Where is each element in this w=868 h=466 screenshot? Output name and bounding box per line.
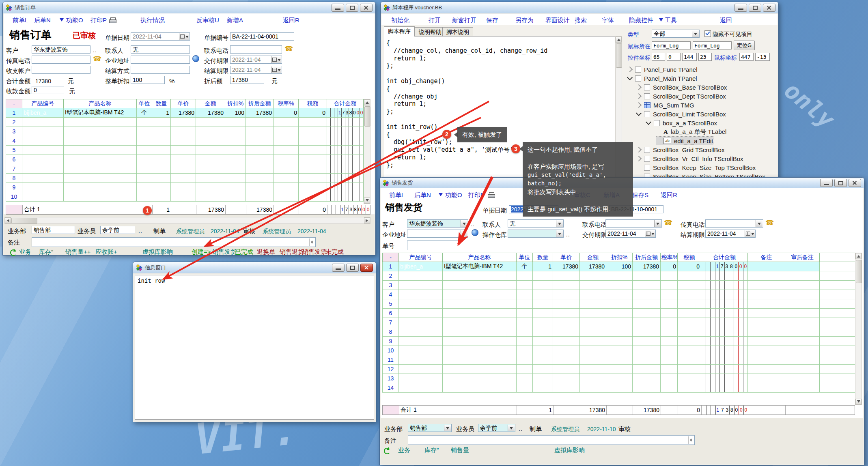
chevron-down-icon[interactable]: [692, 30, 699, 37]
tab-help[interactable]: 说明帮助: [415, 27, 446, 36]
cell[interactable]: 17380: [196, 108, 225, 118]
link-business[interactable]: 业务: [19, 248, 31, 256]
menu-next[interactable]: 后单N: [414, 191, 431, 199]
tree-item[interactable]: ScrollBox_Grid TScrollBox: [637, 146, 724, 154]
chevron-down-icon[interactable]: [461, 230, 467, 237]
cell[interactable]: 17380: [553, 262, 580, 271]
mouse-coord-field[interactable]: -13: [755, 53, 770, 61]
tree-item[interactable]: MG_Sum TMG: [637, 101, 694, 109]
link-virtual-stock[interactable]: 虚拟库影响: [142, 248, 173, 256]
deliver-field[interactable]: 2022-11-04: [605, 230, 656, 238]
table-vscrollbar[interactable]: [855, 253, 862, 405]
tab-script-desc[interactable]: 脚本说明: [442, 27, 473, 36]
table-row[interactable]: 8: [383, 327, 855, 337]
menu-open-new[interactable]: 新窗打开: [452, 17, 476, 24]
order-no-field[interactable]: [407, 241, 462, 250]
link-incomplete[interactable]: 未完成: [325, 248, 344, 256]
menu-back[interactable]: 返回R: [283, 17, 299, 24]
menu-next[interactable]: 后单N: [34, 17, 51, 24]
menu-functions[interactable]: 功能O: [445, 191, 462, 199]
agent-field[interactable]: 余学前: [100, 226, 135, 234]
table-row[interactable]: 6: [6, 155, 364, 164]
type-select[interactable]: 全部: [652, 30, 700, 38]
phone-icon[interactable]: ☎: [284, 45, 293, 53]
expand-icon[interactable]: [636, 84, 642, 90]
tree-item[interactable]: ScrollBox_Keep_Size_Top TScrollBox: [637, 163, 756, 172]
locate-button[interactable]: 定位G: [734, 41, 755, 50]
close-button[interactable]: [360, 4, 373, 12]
collapse-icon[interactable]: [636, 110, 642, 116]
settle-deadline-field[interactable]: 2022-11-04: [705, 230, 756, 238]
phone-icon[interactable]: ☎: [664, 219, 672, 227]
collapse-icon[interactable]: [646, 119, 651, 125]
minimize-button[interactable]: [734, 4, 747, 12]
deliver-field[interactable]: 2022-11-04: [230, 56, 282, 64]
menu-add[interactable]: 新增A: [227, 17, 243, 24]
minimize-button[interactable]: [332, 4, 344, 12]
checkbox-icon[interactable]: [654, 120, 660, 126]
menu-init[interactable]: 初始化: [391, 17, 409, 24]
cell[interactable]: I型笔记本电脑-IBM T42: [64, 108, 137, 118]
maximize-button[interactable]: [346, 264, 359, 272]
table-row[interactable]: 5: [383, 299, 855, 309]
mouse-coord-field[interactable]: 447: [739, 53, 754, 61]
delivery-items-table[interactable]: -产品编号产品名称单位数量单价金额折扣%折后金额税率%税额合计金额备注审后备注 …: [382, 253, 855, 393]
tree-item-selected[interactable]: edit_a_a TEdit: [656, 137, 713, 145]
lookup-dots[interactable]: ..: [519, 425, 523, 432]
cell[interactable]: bijiben_a: [399, 262, 443, 271]
received-field[interactable]: 0: [32, 86, 64, 94]
tree-item[interactable]: Panel_Main TPanel: [628, 74, 697, 82]
lookup-dots[interactable]: ..: [566, 231, 570, 238]
cell[interactable]: 100: [606, 262, 633, 271]
maximize-button[interactable]: [834, 179, 847, 187]
doc-no-field[interactable]: BA-22-11-04-0001: [230, 32, 294, 41]
coord-field[interactable]: 23: [698, 53, 712, 61]
table-hscrollbar[interactable]: [4, 217, 370, 224]
tree-item[interactable]: ScrollBox_Limit TScrollBox: [637, 110, 726, 118]
checkbox-icon[interactable]: [644, 147, 650, 153]
menu-ui-design[interactable]: 界面设计: [545, 17, 570, 24]
printer-icon[interactable]: [109, 17, 116, 24]
close-button[interactable]: [360, 264, 373, 272]
calendar-icon[interactable]: [745, 230, 755, 237]
menu-save[interactable]: 保存: [486, 17, 498, 24]
table-row[interactable]: 5: [6, 146, 364, 155]
menu-back[interactable]: 返回: [720, 17, 732, 24]
table-vscrollbar[interactable]: [364, 99, 370, 204]
table-row[interactable]: 11: [383, 355, 855, 365]
discount-field[interactable]: 100: [131, 76, 165, 84]
tree-item[interactable]: ScrollBox_Dept TScrollBox: [637, 92, 726, 100]
minimize-button[interactable]: [332, 264, 345, 272]
table-row[interactable]: 14: [383, 383, 855, 393]
menu-back[interactable]: 返回R: [661, 191, 677, 199]
globe-icon[interactable]: [472, 229, 478, 236]
address-field[interactable]: [131, 56, 190, 64]
globe-icon[interactable]: [192, 55, 199, 62]
amount-digit-cell[interactable]: 1738000: [327, 108, 364, 118]
titlebar[interactable]: 脚本程序 voucher.BB: [381, 2, 778, 13]
cell[interactable]: bijiben_a: [22, 108, 64, 118]
table-row[interactable]: 1bijiben_aI型笔记本电脑-IBM T42个11738017380100…: [6, 108, 364, 118]
cell[interactable]: 0: [274, 108, 299, 118]
settle-method-field[interactable]: [131, 66, 190, 74]
chevron-down-icon[interactable]: [508, 425, 515, 431]
cell[interactable]: 0: [678, 262, 701, 271]
cell[interactable]: [748, 262, 785, 271]
link-stock[interactable]: 库存″: [424, 447, 439, 454]
checkbox-icon[interactable]: [644, 93, 650, 99]
lookup-dots[interactable]: ..: [93, 47, 97, 54]
cell[interactable]: 17380: [171, 108, 196, 118]
link-completed[interactable]: 已完成: [235, 248, 253, 256]
table-row[interactable]: 7: [383, 318, 855, 327]
calendar-icon[interactable]: [179, 33, 189, 40]
menu-open[interactable]: 打开: [429, 17, 441, 24]
maximize-button[interactable]: [749, 4, 761, 12]
cell[interactable]: 17380: [580, 262, 606, 271]
lookup-dots[interactable]: ..: [471, 221, 475, 228]
minimize-button[interactable]: [820, 179, 833, 187]
chevron-down-icon[interactable]: [461, 220, 467, 227]
tab-script[interactable]: 脚本程序: [384, 26, 415, 37]
expand-icon[interactable]: [636, 147, 642, 152]
menu-save[interactable]: 保存S: [632, 191, 648, 199]
coord-field[interactable]: 65: [652, 53, 665, 61]
